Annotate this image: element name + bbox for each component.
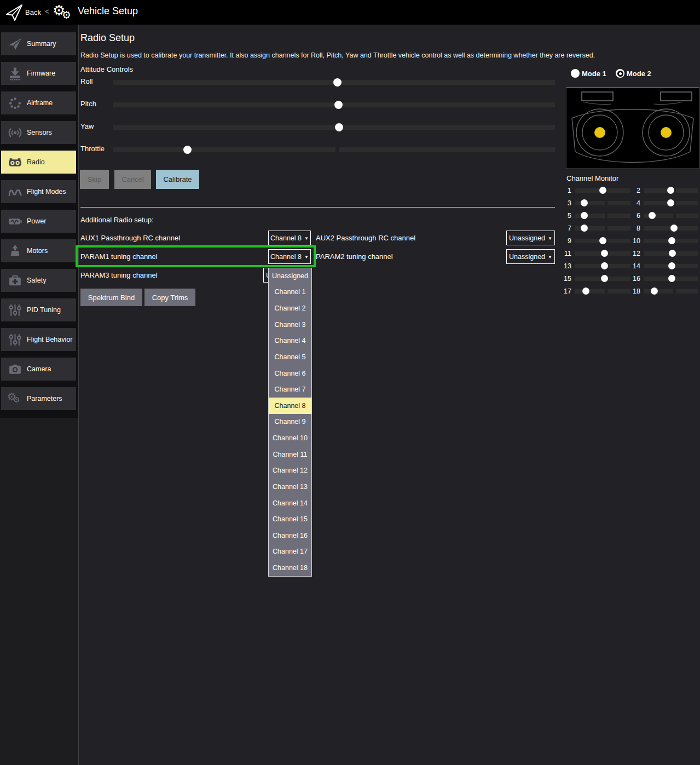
battery-icon xyxy=(5,211,25,231)
channel-7-monitor-bar xyxy=(575,226,630,231)
sidebar-divider xyxy=(78,25,79,765)
sidebar-item-flight-modes[interactable]: Flight Modes xyxy=(1,180,76,203)
sidebar-item-label: Summary xyxy=(27,40,56,48)
attitude-controls-heading: Attitude Controls xyxy=(80,65,133,73)
channel-number: 15 xyxy=(560,275,571,283)
yaw-slider-track[interactable] xyxy=(113,125,555,130)
copy-trims-button[interactable]: Copy Trims xyxy=(144,289,195,306)
channel-number: 8 xyxy=(628,225,640,232)
calibrate-button[interactable]: Calibrate xyxy=(156,170,199,189)
param2-tuning-label: PARAM2 tuning channel xyxy=(316,249,393,264)
dropdown-option-channel-8[interactable]: Channel 8 xyxy=(269,398,311,414)
spektrum-bind-button[interactable]: Spektrum Bind xyxy=(80,289,142,306)
sidebar-item-label: Flight Behavior xyxy=(27,336,72,343)
channel-18-value-dot xyxy=(651,287,658,295)
throttle-slider-thumb[interactable] xyxy=(183,146,192,154)
dropdown-option-channel-9[interactable]: Channel 9 xyxy=(269,414,311,430)
channel-9-monitor-bar xyxy=(575,239,630,243)
channel-7-value-dot xyxy=(581,225,588,232)
chevron-down-icon: ▼ xyxy=(548,235,552,241)
dropdown-option-channel-14[interactable]: Channel 14 xyxy=(269,495,311,511)
cancel-button[interactable]: Cancel xyxy=(114,170,151,189)
channel-2-value-dot xyxy=(667,187,674,194)
slider-center-gap xyxy=(335,147,339,152)
channel-6-monitor-bar xyxy=(644,214,698,218)
sidebar-item-pid-tuning[interactable]: PID Tuning xyxy=(1,298,76,321)
radio-button-selected-icon xyxy=(616,69,624,78)
dropdown-option-channel-17[interactable]: Channel 17 xyxy=(269,544,311,560)
mode-2-radio-option[interactable]: Mode 2 xyxy=(616,69,651,78)
channel-number: 10 xyxy=(628,237,640,245)
sidebar-item-camera[interactable]: Camera xyxy=(1,358,76,381)
sidebar-item-sensors[interactable]: Sensors xyxy=(1,121,76,144)
sidebar-item-label: PID Tuning xyxy=(27,306,61,314)
sidebar-item-airframe[interactable]: Airframe xyxy=(1,91,76,114)
sidebar-item-flight-behavior[interactable]: Flight Behavior xyxy=(1,328,76,351)
dropdown-option-channel-16[interactable]: Channel 16 xyxy=(269,527,311,544)
throttle-slider-track[interactable] xyxy=(113,147,555,152)
channel-2-monitor-bar xyxy=(644,188,698,193)
dropdown-option-channel-4[interactable]: Channel 4 xyxy=(269,333,311,349)
dropdown-option-channel-18[interactable]: Channel 18 xyxy=(269,560,311,576)
sidebar-item-label: Airframe xyxy=(27,99,53,107)
sidebar-item-power[interactable]: Power xyxy=(1,210,76,233)
param2-tuning-select[interactable]: Unassigned ▼ xyxy=(506,249,555,264)
mode-2-label: Mode 2 xyxy=(627,70,651,78)
airframe-icon xyxy=(5,93,25,113)
dropdown-option-channel-5[interactable]: Channel 5 xyxy=(269,349,311,365)
channel-bar-gap xyxy=(673,289,676,294)
param3-tuning-label: PARAM3 tuning channel xyxy=(80,268,158,283)
channel-number: 11 xyxy=(560,250,571,257)
channel-8-monitor-bar xyxy=(644,226,698,231)
pitch-slider-track[interactable] xyxy=(113,102,555,107)
dropdown-option-channel-12[interactable]: Channel 12 xyxy=(269,463,311,479)
roll-slider-thumb[interactable] xyxy=(333,78,342,87)
sidebar-item-label: Flight Modes xyxy=(27,188,66,195)
sidebar-item-parameters[interactable]: ⚙⚙Parameters xyxy=(1,387,76,410)
dropdown-option-channel-11[interactable]: Channel 11 xyxy=(269,446,311,463)
sliders-icon xyxy=(5,300,25,320)
channel-number: 13 xyxy=(560,262,571,270)
channel-number: 1 xyxy=(560,187,571,194)
aux2-passthrough-label: AUX2 Passthrough RC channel xyxy=(316,231,415,245)
page-title: Radio Setup xyxy=(80,32,135,44)
channel-number: 6 xyxy=(628,212,640,220)
channel-3-monitor-bar xyxy=(575,201,630,205)
dropdown-option-channel-15[interactable]: Channel 15 xyxy=(269,511,311,527)
skip-button[interactable]: Skip xyxy=(80,170,109,189)
param1-tuning-select[interactable]: Channel 8 ▼ xyxy=(268,249,311,264)
dropdown-option-channel-6[interactable]: Channel 6 xyxy=(269,365,311,382)
pitch-slider-thumb[interactable] xyxy=(334,101,343,109)
channel-17-value-dot xyxy=(582,287,589,295)
dropdown-option-channel-3[interactable]: Channel 3 xyxy=(269,317,311,333)
sidebar-item-label: Safety xyxy=(27,277,46,284)
yaw-slider-thumb[interactable] xyxy=(335,123,343,131)
dropdown-option-channel-2[interactable]: Channel 2 xyxy=(269,300,311,317)
channel-1-monitor-bar xyxy=(575,188,630,193)
sidebar-item-label: Radio xyxy=(27,158,45,166)
channel-4-value-dot xyxy=(667,199,674,206)
dropdown-option-channel-7[interactable]: Channel 7 xyxy=(269,381,311,398)
aux1-passthrough-select[interactable]: Channel 8 ▼ xyxy=(268,231,311,245)
sidebar-item-firmware[interactable]: Firmware xyxy=(1,62,76,85)
channel-bar-gap xyxy=(605,226,608,231)
dropdown-option-channel-13[interactable]: Channel 13 xyxy=(269,479,311,495)
channel-5-value-dot xyxy=(581,212,588,219)
radio-button-icon xyxy=(571,69,580,78)
vehicle-setup-gears-icon: ⚙⚙ xyxy=(53,1,76,24)
roll-slider-track[interactable] xyxy=(113,80,555,85)
aux2-passthrough-select[interactable]: Unassigned ▼ xyxy=(506,231,555,245)
sidebar-item-summary[interactable]: Summary xyxy=(1,32,76,55)
channel-bar-gap xyxy=(605,289,608,294)
sidebar-item-motors[interactable]: Motors xyxy=(1,239,76,262)
dropdown-option-channel-1[interactable]: Channel 1 xyxy=(269,284,311,301)
dropdown-option-unassigned[interactable]: Unassigned xyxy=(269,268,311,284)
dropdown-option-channel-10[interactable]: Channel 10 xyxy=(269,430,311,446)
sidebar-item-radio[interactable]: Radio xyxy=(1,151,76,174)
back-button[interactable]: Back xyxy=(25,8,41,16)
sidebar-item-safety[interactable]: Safety xyxy=(1,269,76,292)
channel-16-monitor-bar xyxy=(644,277,698,281)
mode-1-radio-option[interactable]: Mode 1 xyxy=(571,69,606,78)
chevron-down-icon: ▼ xyxy=(304,254,309,260)
firmware-icon xyxy=(5,64,25,83)
